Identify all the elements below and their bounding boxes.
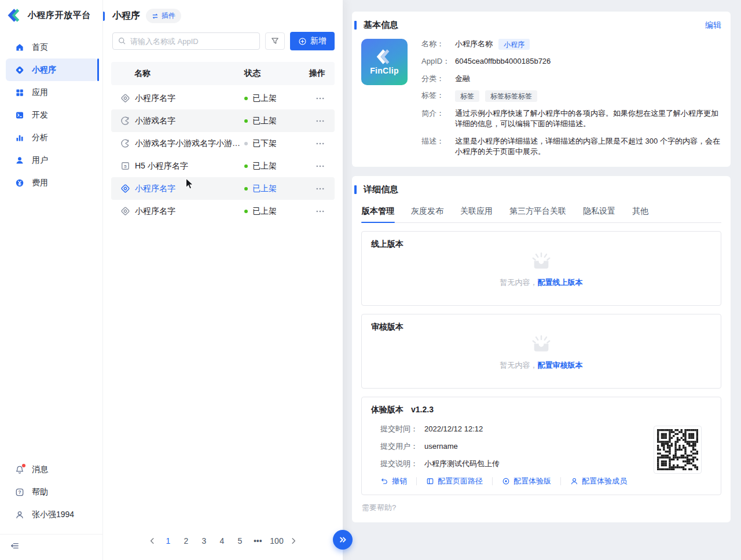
action-label: 撤销 bbox=[392, 476, 407, 486]
game-type-icon bbox=[120, 138, 130, 148]
status-badge: 已上架 bbox=[244, 184, 298, 194]
fee-icon bbox=[15, 178, 24, 188]
person-icon bbox=[15, 510, 24, 519]
sidebar-item-analytics[interactable]: 分析 bbox=[6, 126, 98, 149]
action-page-button[interactable]: 配置页面路径 bbox=[426, 476, 483, 486]
page-number[interactable]: 100 bbox=[269, 535, 284, 547]
list-panel-header: 小程序 插件 bbox=[103, 9, 343, 23]
status-badge: 已下架 bbox=[244, 138, 298, 149]
sidebar-bottom-item-bell[interactable]: 消息 bbox=[0, 458, 102, 481]
sidebar-item-label: 用户 bbox=[32, 155, 48, 166]
row-more-button[interactable] bbox=[298, 184, 325, 194]
plugin-badge[interactable]: 插件 bbox=[146, 9, 181, 23]
prev-page-button[interactable] bbox=[148, 536, 157, 546]
row-status-text: 已上架 bbox=[252, 116, 277, 126]
page-number[interactable]: 2 bbox=[179, 535, 193, 547]
table-row[interactable]: 小程序名字 已上架 bbox=[111, 177, 335, 200]
field-appid: AppID： 6045cea0ffbbb4000185b726 bbox=[421, 56, 721, 67]
row-more-button[interactable] bbox=[298, 161, 325, 171]
trial-field-value: 小程序测试代码包上传 bbox=[424, 459, 500, 469]
row-name: 小游戏名字 bbox=[135, 116, 175, 126]
next-page-button[interactable] bbox=[289, 536, 298, 546]
online-version-empty: 暂无内容，配置线上版本 bbox=[371, 250, 711, 297]
table-header: 名称 状态 操作 bbox=[111, 62, 335, 85]
status-dot bbox=[244, 187, 248, 191]
tab-4[interactable]: 第三方平台关联 bbox=[509, 201, 567, 222]
action-target-button[interactable]: 配置体验版 bbox=[502, 476, 551, 486]
h5-type-icon: 5 bbox=[120, 161, 130, 171]
home-icon bbox=[15, 43, 24, 52]
configure-online-version-link[interactable]: 配置线上版本 bbox=[538, 278, 583, 287]
sidebar-item-dev[interactable]: 开发 bbox=[6, 104, 98, 126]
sidebar-item-miniprogram[interactable]: 小程序 bbox=[6, 58, 98, 81]
configure-review-version-link[interactable]: 配置审核版本 bbox=[538, 361, 583, 369]
table-row[interactable]: 5 H5 小程序名字 已上架 bbox=[111, 155, 335, 177]
page-number-current[interactable]: 1 bbox=[161, 535, 175, 547]
sidebar-item-label: 费用 bbox=[32, 178, 48, 188]
add-button-label: 新增 bbox=[310, 36, 327, 46]
page-number[interactable]: 4 bbox=[215, 535, 229, 547]
field-intro: 简介： 通过示例小程序快速了解小程序中的各项内容。如果你想在这里了解小程序更加详… bbox=[421, 108, 721, 130]
status-dot bbox=[244, 142, 248, 145]
undo-icon bbox=[380, 477, 388, 485]
page-number[interactable]: ••• bbox=[251, 535, 265, 547]
tab-5[interactable]: 隐私设置 bbox=[582, 201, 616, 222]
filter-button[interactable] bbox=[265, 32, 285, 50]
review-version-box: 审核版本 暂无内容，配置审核版本 bbox=[361, 314, 721, 389]
sidebar-bottom-label: 消息 bbox=[32, 464, 48, 475]
action-separator bbox=[416, 477, 417, 485]
sidebar-bottom-item-person[interactable]: 张小强1994 bbox=[0, 503, 102, 526]
table-row[interactable]: 小游戏名字 已上架 bbox=[111, 109, 335, 132]
row-more-button[interactable] bbox=[298, 138, 325, 149]
sidebar-bottom-item-help[interactable]: ? 帮助 bbox=[0, 481, 102, 503]
tab-1[interactable]: 版本管理 bbox=[361, 201, 395, 222]
add-button[interactable]: 新增 bbox=[290, 32, 335, 50]
row-more-button[interactable] bbox=[298, 93, 325, 104]
table-row[interactable]: 小程序名字 已上架 bbox=[111, 87, 335, 109]
action-undo-button[interactable]: 撤销 bbox=[380, 476, 407, 486]
row-more-button[interactable] bbox=[298, 206, 325, 217]
double-chevron-right-icon bbox=[338, 535, 347, 544]
status-dot bbox=[244, 97, 248, 100]
table-row[interactable]: 小程序名字 已上架 bbox=[111, 200, 335, 222]
column-status: 状态 bbox=[244, 68, 298, 79]
tab-3[interactable]: 关联应用 bbox=[460, 201, 493, 222]
sidebar-item-label: 首页 bbox=[32, 42, 48, 53]
row-status-text: 已上架 bbox=[252, 161, 277, 171]
app-title: 小程序开放平台 bbox=[28, 10, 91, 21]
row-more-button[interactable] bbox=[298, 116, 325, 126]
field-category: 分类： 金融 bbox=[421, 74, 721, 85]
expand-panel-button[interactable] bbox=[333, 530, 353, 550]
analytics-icon bbox=[15, 133, 24, 142]
table-row[interactable]: 小游戏名字小游戏名字小游戏名字 已下架 bbox=[111, 132, 335, 155]
sidebar-item-apps[interactable]: 应用 bbox=[6, 81, 98, 104]
field-label: 分类： bbox=[421, 74, 455, 85]
tab-6[interactable]: 其他 bbox=[632, 201, 649, 222]
ellipsis-icon bbox=[315, 116, 325, 126]
sidebar-item-fee[interactable]: 费用 bbox=[6, 171, 98, 194]
field-label: AppID： bbox=[421, 56, 455, 67]
edit-link[interactable]: 编辑 bbox=[705, 20, 721, 31]
online-version-title: 线上版本 bbox=[371, 239, 711, 250]
status-dot bbox=[244, 119, 248, 123]
sidebar-bottom: 消息 ? 帮助 张小强1994 bbox=[0, 458, 102, 526]
page-number[interactable]: 3 bbox=[197, 535, 211, 547]
game-type-icon bbox=[120, 116, 130, 126]
trial-field-value: username bbox=[424, 441, 458, 451]
detail-info-title: 详细信息 bbox=[364, 184, 398, 195]
sidebar-item-users[interactable]: 用户 bbox=[6, 149, 98, 171]
sidebar-item-home[interactable]: 首页 bbox=[6, 36, 98, 58]
sidebar: 小程序开放平台 首页 小程序 应用 开发 分析 用户 费用 消息 ? 帮助 张小… bbox=[0, 0, 103, 560]
help-icon: ? bbox=[15, 488, 24, 497]
row-name: H5 小程序名字 bbox=[135, 161, 188, 171]
search-input[interactable] bbox=[112, 32, 260, 50]
status-dot bbox=[244, 164, 248, 168]
miniprogram-type-icon bbox=[120, 206, 130, 216]
section-accent-bar bbox=[354, 21, 357, 30]
review-version-title: 审核版本 bbox=[371, 322, 711, 332]
page-number[interactable]: 5 bbox=[233, 535, 247, 547]
action-member-button[interactable]: 配置体验成员 bbox=[570, 476, 627, 486]
notification-dot bbox=[22, 464, 25, 467]
collapse-sidebar-icon[interactable] bbox=[10, 541, 20, 551]
tab-2[interactable]: 灰度发布 bbox=[410, 201, 444, 222]
